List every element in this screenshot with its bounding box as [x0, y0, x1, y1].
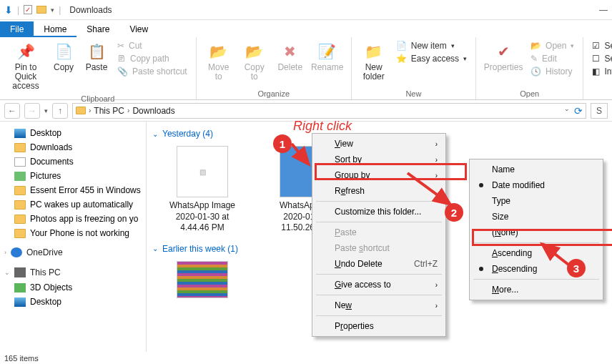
- ctx-customize[interactable]: Customize this folder...: [315, 204, 443, 220]
- refresh-icon[interactable]: ⟳: [574, 105, 583, 117]
- nav-pictures[interactable]: Pictures: [3, 169, 143, 183]
- 3d-icon: [14, 283, 26, 292]
- copyto-icon: 📂: [245, 41, 265, 62]
- nav-essent[interactable]: Essent Error 455 in Windows: [3, 183, 143, 197]
- sub-size[interactable]: Size: [472, 209, 601, 225]
- nav-onedrive[interactable]: ›OneDrive: [3, 245, 143, 260]
- paste-button[interactable]: 📋 Paste: [82, 39, 112, 75]
- ribbon: 📌 Pin to Quick access 📄 Copy 📋 Paste ✂Cu…: [0, 37, 612, 100]
- rename-icon: 📝: [317, 41, 337, 62]
- ctx-new[interactable]: New›: [315, 297, 443, 313]
- crumb-downloads[interactable]: Downloads: [132, 106, 174, 116]
- properties-button[interactable]: ✔ Properties: [482, 39, 525, 75]
- folder-icon: [14, 215, 26, 224]
- selectall-button[interactable]: ☑Select all: [589, 40, 612, 51]
- sub-more[interactable]: More...: [472, 282, 601, 297]
- tab-home[interactable]: Home: [34, 21, 76, 37]
- folder-icon: [14, 200, 26, 210]
- tab-file[interactable]: File: [0, 21, 34, 37]
- edit-button[interactable]: ✎Edit: [528, 53, 577, 64]
- search-button[interactable]: S: [591, 103, 608, 119]
- qat-folder-icon[interactable]: [36, 6, 46, 14]
- sub-type[interactable]: Type: [472, 193, 601, 209]
- sub-asc[interactable]: Ascending: [472, 245, 601, 261]
- properties-icon: ✔: [493, 41, 513, 62]
- document-icon: [14, 157, 26, 167]
- nav-back-button[interactable]: ←: [4, 103, 20, 119]
- cloud-icon: [11, 247, 22, 257]
- nav-downloads[interactable]: Downloads: [3, 140, 143, 154]
- chevron-right-icon: ›: [435, 156, 438, 164]
- minimize-button[interactable]: —: [599, 5, 608, 15]
- rename-button[interactable]: 📝 Rename: [310, 39, 345, 75]
- file-item[interactable]: ▧ WhatsApp Image 2020-01-30 at 4.44.46 P…: [159, 146, 245, 234]
- breadcrumb[interactable]: › This PC › Downloads ⌄ ⟳: [72, 103, 586, 119]
- invert-button[interactable]: ◧Invert selection: [589, 66, 612, 77]
- nav-3dobjects[interactable]: 3D Objects: [3, 280, 143, 295]
- window-title: Downloads: [69, 5, 112, 15]
- newitem-icon: 📄: [396, 41, 407, 51]
- moveto-button[interactable]: 📂 Move to: [202, 39, 235, 84]
- pc-icon: [14, 267, 26, 277]
- nav-documents[interactable]: Documents: [3, 154, 143, 169]
- sub-datemod[interactable]: Date modified: [472, 177, 601, 193]
- selectnone-button[interactable]: ☐Select none: [589, 53, 612, 64]
- copyto-button[interactable]: 📂 Copy to: [238, 39, 271, 84]
- group-open: ✔ Properties 📂Open ▾ ✎Edit 🕓History Open: [476, 37, 583, 99]
- pin-button[interactable]: 📌 Pin to Quick access: [6, 39, 46, 94]
- nav-pcwakes[interactable]: PC wakes up automatically: [3, 197, 143, 212]
- copypath-button[interactable]: 🖹Copy path: [114, 53, 190, 64]
- status-items: 165 items: [4, 354, 39, 363]
- nav-recent-button[interactable]: ▾: [44, 107, 48, 114]
- chevron-down-icon[interactable]: ⌄: [4, 269, 10, 276]
- nav-up-button[interactable]: ↑: [52, 103, 68, 119]
- copy-button[interactable]: 📄 Copy: [49, 39, 79, 75]
- nav-fwd-button[interactable]: →: [24, 103, 40, 119]
- chevron-right-icon[interactable]: ›: [4, 249, 6, 256]
- delete-icon: ✖: [280, 41, 300, 62]
- sub-name[interactable]: Name: [472, 162, 601, 177]
- chevron-down-icon: ⌄: [152, 130, 158, 138]
- scissors-icon: ✂: [117, 41, 124, 51]
- app-arrow-icon[interactable]: ⬇: [4, 4, 13, 16]
- chevron-right-icon[interactable]: ›: [127, 107, 129, 114]
- ctx-pasteshortcut: Paste shortcut: [315, 240, 443, 256]
- ctx-undodelete[interactable]: Undo DeleteCtrl+Z: [315, 256, 443, 272]
- annotation-box-none: [472, 229, 612, 246]
- bullet-icon: [479, 267, 483, 271]
- delete-button[interactable]: ✖ Delete: [274, 39, 307, 75]
- dropdown-icon[interactable]: ⌄: [564, 105, 570, 117]
- cut-button[interactable]: ✂Cut: [114, 40, 190, 51]
- newfolder-button[interactable]: 📁 New folder: [357, 39, 390, 84]
- thumbnail: ▧: [177, 146, 228, 197]
- path-icon: 🖹: [117, 54, 126, 64]
- tab-view[interactable]: View: [119, 21, 158, 37]
- chevron-right-icon[interactable]: ›: [89, 107, 91, 114]
- selectall-icon: ☑: [592, 41, 600, 51]
- qat-overflow-icon[interactable]: ▾: [51, 6, 54, 14]
- thumbnail-rar: [177, 261, 228, 298]
- nav-thispc[interactable]: ⌄This PC: [3, 265, 143, 280]
- ctx-refresh[interactable]: Refresh: [315, 183, 443, 199]
- open-icon: 📂: [530, 41, 541, 51]
- ctx-properties[interactable]: Properties: [315, 318, 443, 334]
- ctx-giveaccess[interactable]: Give access to›: [315, 277, 443, 292]
- newitem-button[interactable]: 📄New item ▾: [393, 40, 470, 51]
- nav-photos[interactable]: Photos app is freezing on yo: [3, 212, 143, 226]
- pasteshortcut-button[interactable]: 📎Paste shortcut: [114, 66, 190, 77]
- group-new: 📁 New folder 📄New item ▾ ⭐Easy access ▾ …: [352, 37, 476, 99]
- crumb-thispc[interactable]: This PC: [94, 106, 124, 116]
- nav-desktop2[interactable]: Desktop: [3, 295, 143, 309]
- ribbon-tabs: File Home Share View: [0, 20, 612, 37]
- folder-icon: [76, 107, 86, 114]
- history-button[interactable]: 🕓History: [528, 66, 577, 77]
- file-item[interactable]: [159, 261, 245, 301]
- open-button[interactable]: 📂Open ▾: [528, 40, 577, 51]
- qat-check-icon[interactable]: ✓: [24, 5, 32, 14]
- tab-share[interactable]: Share: [76, 21, 119, 37]
- desktop-icon: [14, 297, 26, 307]
- easyaccess-button[interactable]: ⭐Easy access ▾: [393, 53, 470, 64]
- nav-desktop[interactable]: Desktop: [3, 126, 143, 140]
- nav-yourphone[interactable]: Your Phone is not working: [3, 226, 143, 240]
- ctx-view[interactable]: View›: [315, 136, 443, 152]
